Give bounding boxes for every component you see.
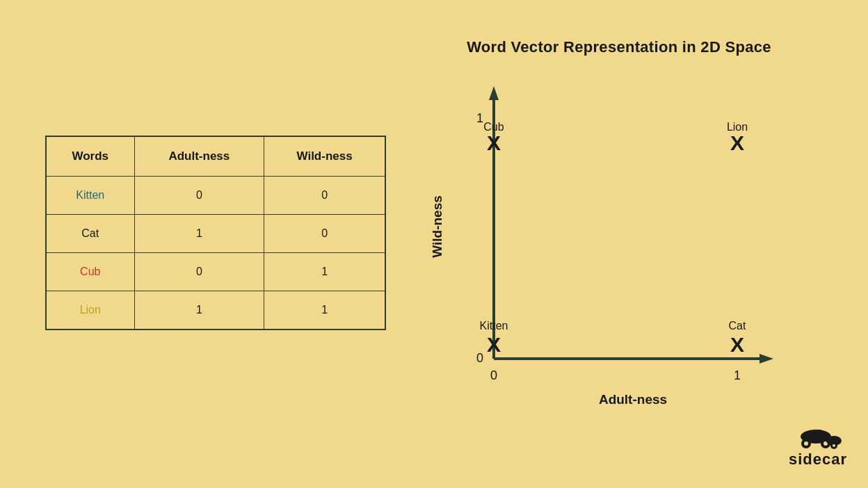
cell-adult: 1 xyxy=(134,291,264,330)
cell-word: Cat xyxy=(46,215,134,253)
cell-adult: 0 xyxy=(134,253,264,291)
table-row: Cat10 xyxy=(46,215,385,253)
chart-svg: 0 1 0 1 Adult-ness Wild-ness X Kitten X … xyxy=(417,70,821,418)
svg-point-13 xyxy=(804,441,808,446)
cell-word: Kitten xyxy=(46,177,134,215)
cell-adult: 1 xyxy=(134,215,264,253)
point-kitten-label: Kitten xyxy=(480,320,508,332)
cell-wild: 1 xyxy=(264,291,385,330)
svg-text:Wild-ness: Wild-ness xyxy=(430,195,444,258)
data-table-section: Words Adult-ness Wild-ness Kitten00Cat10… xyxy=(45,136,386,330)
svg-marker-1 xyxy=(489,86,499,100)
chart-area: 0 1 0 1 Adult-ness Wild-ness X Kitten X … xyxy=(417,70,821,418)
svg-text:0: 0 xyxy=(476,351,483,365)
svg-text:1: 1 xyxy=(734,368,741,382)
chart-section: Word Vector Representation in 2D Space 0… xyxy=(403,38,835,469)
col-header-wild: Wild-ness xyxy=(264,136,385,177)
cell-adult: 0 xyxy=(134,177,264,215)
point-lion-x: X xyxy=(730,131,744,154)
svg-text:Adult-ness: Adult-ness xyxy=(599,392,667,407)
svg-text:1: 1 xyxy=(476,111,483,125)
svg-rect-18 xyxy=(813,430,821,432)
point-cub-label: Cub xyxy=(483,121,504,133)
cell-wild: 1 xyxy=(264,253,385,291)
point-cub-x: X xyxy=(487,131,501,154)
point-cat-label: Cat xyxy=(729,320,746,332)
cell-wild: 0 xyxy=(264,215,385,253)
sidecar-icon xyxy=(794,424,842,450)
sidecar-branding: sidecar xyxy=(789,424,847,469)
cell-word: Lion xyxy=(46,291,134,330)
svg-point-17 xyxy=(833,444,835,447)
point-kitten-x: X xyxy=(487,333,501,356)
svg-marker-3 xyxy=(760,354,773,364)
point-cat-x: X xyxy=(730,333,744,356)
table-row: Cub01 xyxy=(46,253,385,291)
col-header-words: Words xyxy=(46,136,134,177)
cell-word: Cub xyxy=(46,253,134,291)
word-vector-table: Words Adult-ness Wild-ness Kitten00Cat10… xyxy=(45,136,386,330)
cell-wild: 0 xyxy=(264,177,385,215)
table-row: Kitten00 xyxy=(46,177,385,215)
sidecar-name: sidecar xyxy=(789,450,847,469)
col-header-adult: Adult-ness xyxy=(134,136,264,177)
svg-text:0: 0 xyxy=(490,368,497,382)
table-row: Lion11 xyxy=(46,291,385,330)
chart-title: Word Vector Representation in 2D Space xyxy=(403,38,835,56)
point-lion-label: Lion xyxy=(727,121,748,133)
